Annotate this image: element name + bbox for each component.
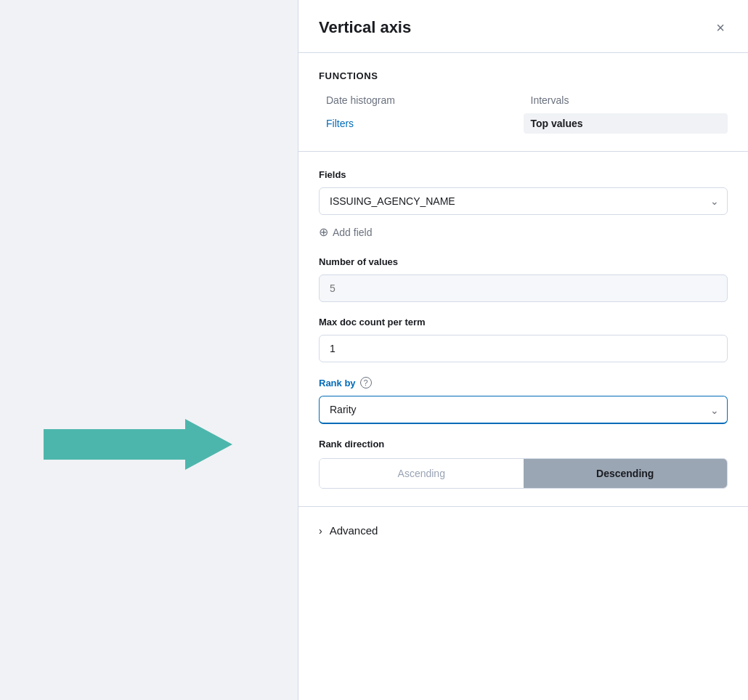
arrow-container [44,419,232,470]
add-field-label: Add field [333,227,372,238]
advanced-chevron-icon: › [319,525,322,537]
rank-by-select-wrapper: Rarity Alphabetical Custom ⌄ [319,396,728,424]
fields-select-wrapper: ISSUING_AGENCY_NAME ⌄ [319,187,728,215]
rank-direction-label: Rank direction [319,439,728,449]
number-of-values-group: Number of values [319,256,728,302]
functions-section: Functions Date histogram Intervals Filte… [298,53,748,152]
functions-label: Functions [319,70,728,81]
rank-by-label: Rank by ? [319,377,728,388]
rank-by-text: Rank by [319,378,356,388]
max-doc-count-group: Max doc count per term [319,317,728,362]
max-doc-count-label: Max doc count per term [319,317,728,327]
number-of-values-label: Number of values [319,256,728,267]
close-icon: × [716,20,725,35]
rank-direction-group: Rank direction Ascending Descending [319,439,728,489]
function-date-histogram[interactable]: Date histogram [319,90,524,110]
panel-title: Vertical axis [319,18,411,37]
panel-header: Vertical axis × [298,0,748,53]
add-field-plus-icon: ⊕ [319,225,328,239]
close-button[interactable]: × [713,17,728,38]
functions-grid: Date histogram Intervals Filters Top val… [319,90,728,134]
arrow-icon [44,419,232,470]
help-icon: ? [360,377,372,388]
fields-label: Fields [319,169,728,180]
left-panel [0,0,298,700]
rank-by-select[interactable]: Rarity Alphabetical Custom [319,396,728,424]
number-of-values-input[interactable] [319,274,728,302]
add-field-button[interactable]: ⊕ Add field [319,222,372,242]
max-doc-count-input[interactable] [319,335,728,362]
function-filters[interactable]: Filters [319,113,524,134]
function-top-values[interactable]: Top values [524,113,728,134]
fields-group: Fields ISSUING_AGENCY_NAME ⌄ ⊕ Add field [319,169,728,242]
fields-section: Fields ISSUING_AGENCY_NAME ⌄ ⊕ Add field… [298,152,748,507]
advanced-label: Advanced [330,524,378,537]
rank-by-group: Rank by ? Rarity Alphabetical Custom ⌄ [319,377,728,424]
descending-button[interactable]: Descending [524,459,728,488]
direction-toggle: Ascending Descending [319,458,728,489]
advanced-section: › Advanced [298,507,748,554]
fields-select[interactable]: ISSUING_AGENCY_NAME [319,187,728,215]
vertical-axis-panel: Vertical axis × Functions Date histogram… [298,0,748,700]
ascending-button[interactable]: Ascending [320,459,524,488]
advanced-button[interactable]: › Advanced [319,521,378,540]
function-intervals[interactable]: Intervals [524,90,728,110]
